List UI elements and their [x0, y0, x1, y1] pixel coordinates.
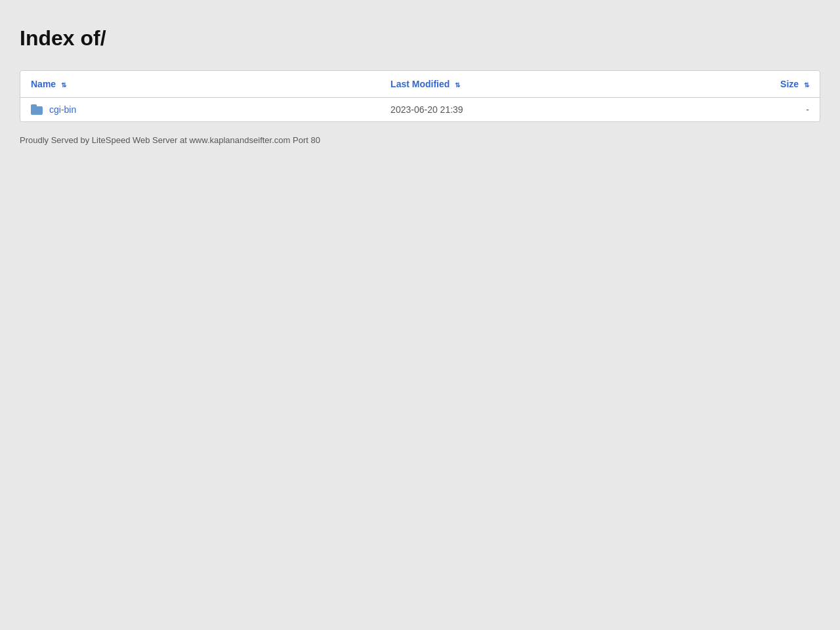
column-size-label: Size [780, 79, 799, 89]
column-name-label: Name [31, 79, 56, 89]
table-row: cgi-bin2023-06-20 21:39- [20, 98, 820, 122]
footer: Proudly Served by LiteSpeed Web Server a… [20, 135, 820, 145]
column-last-modified-label: Last Modified [390, 79, 450, 89]
last-modified-sort-icon: ⇅ [455, 81, 460, 89]
file-link[interactable]: cgi-bin [49, 104, 76, 115]
footer-text: Proudly Served by LiteSpeed Web Server a… [20, 135, 320, 145]
last-modified-cell: 2023-06-20 21:39 [380, 98, 700, 122]
column-header-name[interactable]: Name ⇅ [20, 71, 380, 98]
file-listing-table: Name ⇅ Last Modified ⇅ Size ⇅ cgi-bin202… [20, 70, 820, 122]
size-cell: - [700, 98, 820, 122]
size-sort-icon: ⇅ [804, 81, 809, 89]
name-sort-icon: ⇅ [61, 81, 66, 89]
folder-icon [31, 104, 44, 115]
column-header-last-modified[interactable]: Last Modified ⇅ [380, 71, 700, 98]
column-header-size[interactable]: Size ⇅ [700, 71, 820, 98]
page-title: Index of/ [13, 26, 827, 51]
